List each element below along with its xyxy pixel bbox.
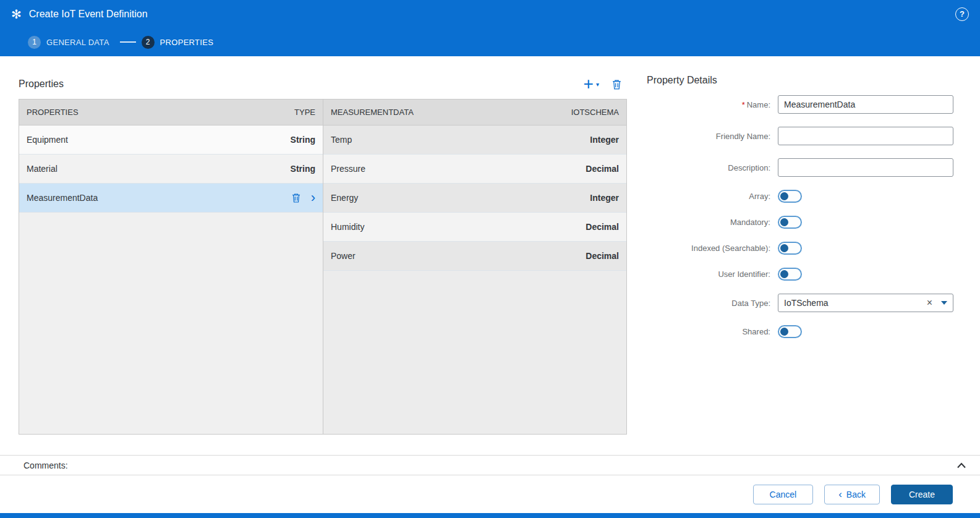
step-connector-line bbox=[120, 41, 136, 43]
delete-property-button[interactable] bbox=[611, 79, 622, 90]
property-type: Integer bbox=[590, 135, 619, 145]
trash-icon bbox=[611, 79, 622, 90]
required-marker: * bbox=[742, 100, 745, 109]
step-1-label: GENERAL DATA bbox=[46, 38, 109, 47]
property-name: Equipment bbox=[27, 135, 68, 145]
name-input[interactable] bbox=[778, 95, 953, 114]
main-content: Properties + ▾ P bbox=[0, 56, 980, 455]
table-empty-area bbox=[19, 213, 323, 434]
indexed-searchable-toggle[interactable] bbox=[778, 242, 802, 255]
app-logo-icon: ✻ bbox=[11, 8, 22, 20]
property-name: MeasurementData bbox=[27, 193, 98, 203]
description-label: Description: bbox=[647, 163, 778, 172]
property-type: Decimal bbox=[586, 222, 619, 232]
shared-label: Shared: bbox=[647, 327, 778, 336]
table-row-equipment[interactable]: Equipment String bbox=[19, 125, 323, 155]
user-identifier-toggle[interactable] bbox=[778, 268, 802, 281]
create-button[interactable]: Create bbox=[891, 485, 953, 504]
description-field-row: Description: bbox=[647, 158, 955, 177]
mandatory-toggle[interactable] bbox=[778, 216, 802, 229]
comments-section-bar: Comments: bbox=[0, 455, 980, 475]
comments-label: Comments: bbox=[23, 461, 957, 470]
table-row-material[interactable]: Material String bbox=[19, 155, 323, 184]
indexed-field-row: Indexed (Searchable): bbox=[647, 242, 955, 255]
footer-action-bar: Cancel ‹ Back Create bbox=[0, 475, 980, 513]
mandatory-field-row: Mandatory: bbox=[647, 216, 955, 229]
chevron-down-icon[interactable] bbox=[941, 301, 947, 305]
page-title: Create IoT Event Definition bbox=[29, 9, 955, 20]
data-type-combobox[interactable]: IoTSchema × bbox=[778, 294, 953, 312]
data-type-field-row: Data Type: IoTSchema × bbox=[647, 294, 955, 312]
property-type: Decimal bbox=[586, 164, 619, 174]
data-type-label: Data Type: bbox=[647, 299, 778, 308]
table-row-power[interactable]: Power Decimal bbox=[323, 242, 626, 271]
user-identifier-label: User Identifier: bbox=[647, 270, 778, 279]
bottom-accent-bar bbox=[0, 513, 980, 518]
step-2-circle: 2 bbox=[142, 36, 155, 49]
table-row-temp[interactable]: Temp Integer bbox=[323, 125, 626, 155]
column-header-measurementdata: MEASUREMENTDATA bbox=[331, 108, 414, 117]
property-name: Temp bbox=[331, 135, 352, 145]
collapse-comments-button[interactable] bbox=[957, 462, 966, 469]
wizard-step-general-data[interactable]: 1 GENERAL DATA bbox=[28, 36, 109, 49]
add-property-button[interactable]: + ▾ bbox=[584, 77, 599, 91]
help-icon[interactable]: ? bbox=[955, 7, 969, 21]
properties-title: Properties bbox=[19, 79, 64, 90]
property-details-title: Property Details bbox=[647, 75, 955, 86]
column-header-properties: PROPERTIES bbox=[27, 108, 79, 117]
chevron-right-icon[interactable]: › bbox=[311, 191, 315, 205]
indexed-searchable-label: Indexed (Searchable): bbox=[647, 244, 778, 253]
wizard-step-bar: 1 GENERAL DATA 2 PROPERTIES bbox=[0, 28, 980, 56]
data-type-value: IoTSchema bbox=[784, 298, 927, 308]
sub-table-header: MEASUREMENTDATA IOTSCHEMA bbox=[323, 100, 626, 125]
table-row-measurementdata[interactable]: MeasurementData › bbox=[19, 184, 323, 213]
back-button-label: Back bbox=[846, 490, 866, 499]
step-1-circle: 1 bbox=[28, 36, 41, 49]
column-header-iotschema: IOTSCHEMA bbox=[571, 108, 619, 117]
properties-table: PROPERTIES TYPE Equipment String Materia… bbox=[19, 100, 323, 434]
wizard-step-properties[interactable]: 2 PROPERTIES bbox=[142, 36, 214, 49]
friendly-name-input[interactable] bbox=[778, 127, 953, 145]
sub-table-empty-area bbox=[323, 271, 626, 434]
properties-tables: PROPERTIES TYPE Equipment String Materia… bbox=[19, 99, 627, 435]
property-type: Integer bbox=[590, 193, 619, 203]
chevron-up-icon bbox=[957, 462, 966, 469]
measurementdata-sub-table: MEASUREMENTDATA IOTSCHEMA Temp Integer P… bbox=[323, 100, 626, 434]
cancel-button[interactable]: Cancel bbox=[753, 485, 814, 504]
property-details-panel: Property Details *Name: Friendly Name: D… bbox=[627, 56, 980, 455]
clear-icon[interactable]: × bbox=[927, 298, 932, 308]
chevron-down-icon: ▾ bbox=[596, 81, 599, 88]
description-input[interactable] bbox=[778, 158, 953, 177]
shared-field-row: Shared: bbox=[647, 325, 955, 338]
property-name: Material bbox=[27, 164, 58, 174]
plus-icon: + bbox=[584, 77, 594, 91]
property-name: Power bbox=[331, 251, 356, 261]
array-label: Array: bbox=[647, 192, 778, 201]
back-button[interactable]: ‹ Back bbox=[824, 485, 880, 504]
friendly-name-label: Friendly Name: bbox=[647, 132, 778, 141]
property-name: Energy bbox=[331, 193, 358, 203]
property-name: Humidity bbox=[331, 222, 364, 232]
step-2-label: PROPERTIES bbox=[160, 38, 214, 47]
properties-toolbar: + ▾ bbox=[584, 77, 627, 91]
shared-toggle[interactable] bbox=[778, 325, 802, 338]
property-type: String bbox=[291, 164, 315, 174]
table-row-pressure[interactable]: Pressure Decimal bbox=[323, 155, 626, 184]
mandatory-label: Mandatory: bbox=[647, 218, 778, 227]
property-type: Decimal bbox=[586, 251, 619, 261]
property-type: String bbox=[291, 135, 315, 145]
table-row-energy[interactable]: Energy Integer bbox=[323, 184, 626, 213]
name-field-row: *Name: bbox=[647, 95, 955, 114]
array-field-row: Array: bbox=[647, 190, 955, 203]
properties-panel: Properties + ▾ P bbox=[0, 56, 627, 455]
trash-icon[interactable] bbox=[291, 193, 301, 203]
property-name: Pressure bbox=[331, 164, 365, 174]
array-toggle[interactable] bbox=[778, 190, 802, 203]
table-row-humidity[interactable]: Humidity Decimal bbox=[323, 213, 626, 242]
column-header-type: TYPE bbox=[294, 108, 315, 117]
name-label: *Name: bbox=[647, 100, 778, 109]
create-iot-event-definition-window: ✻ Create IoT Event Definition ? 1 GENERA… bbox=[0, 0, 980, 518]
shell-header: ✻ Create IoT Event Definition ? bbox=[0, 0, 980, 28]
chevron-left-icon: ‹ bbox=[838, 489, 842, 499]
friendly-name-field-row: Friendly Name: bbox=[647, 127, 955, 145]
